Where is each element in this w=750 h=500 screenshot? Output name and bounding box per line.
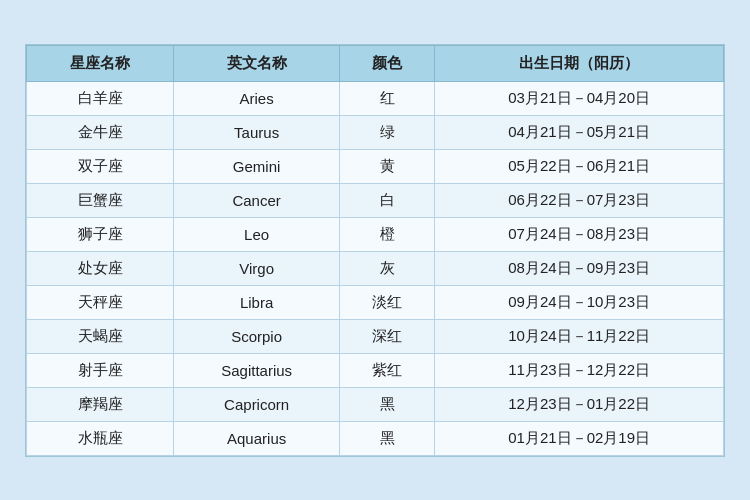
table-row: 天秤座Libra淡红09月24日－10月23日 bbox=[27, 285, 724, 319]
cell-chinese-name: 水瓶座 bbox=[27, 421, 174, 455]
cell-english-name: Aquarius bbox=[174, 421, 340, 455]
cell-chinese-name: 天蝎座 bbox=[27, 319, 174, 353]
cell-dates: 05月22日－06月21日 bbox=[435, 149, 724, 183]
table-row: 金牛座Taurus绿04月21日－05月21日 bbox=[27, 115, 724, 149]
cell-dates: 04月21日－05月21日 bbox=[435, 115, 724, 149]
cell-color: 紫红 bbox=[340, 353, 435, 387]
cell-dates: 01月21日－02月19日 bbox=[435, 421, 724, 455]
cell-chinese-name: 双子座 bbox=[27, 149, 174, 183]
cell-chinese-name: 金牛座 bbox=[27, 115, 174, 149]
cell-color: 橙 bbox=[340, 217, 435, 251]
cell-dates: 11月23日－12月22日 bbox=[435, 353, 724, 387]
cell-english-name: Virgo bbox=[174, 251, 340, 285]
col-header-english: 英文名称 bbox=[174, 45, 340, 81]
cell-english-name: Leo bbox=[174, 217, 340, 251]
table-header-row: 星座名称 英文名称 颜色 出生日期（阳历） bbox=[27, 45, 724, 81]
cell-english-name: Sagittarius bbox=[174, 353, 340, 387]
cell-chinese-name: 巨蟹座 bbox=[27, 183, 174, 217]
cell-color: 黑 bbox=[340, 421, 435, 455]
cell-chinese-name: 白羊座 bbox=[27, 81, 174, 115]
cell-chinese-name: 处女座 bbox=[27, 251, 174, 285]
table-row: 处女座Virgo灰08月24日－09月23日 bbox=[27, 251, 724, 285]
cell-color: 淡红 bbox=[340, 285, 435, 319]
table-body: 白羊座Aries红03月21日－04月20日金牛座Taurus绿04月21日－0… bbox=[27, 81, 724, 455]
col-header-color: 颜色 bbox=[340, 45, 435, 81]
cell-chinese-name: 天秤座 bbox=[27, 285, 174, 319]
cell-english-name: Taurus bbox=[174, 115, 340, 149]
table-row: 射手座Sagittarius紫红11月23日－12月22日 bbox=[27, 353, 724, 387]
zodiac-table-container: 星座名称 英文名称 颜色 出生日期（阳历） 白羊座Aries红03月21日－04… bbox=[25, 44, 725, 457]
cell-color: 红 bbox=[340, 81, 435, 115]
cell-color: 灰 bbox=[340, 251, 435, 285]
cell-english-name: Aries bbox=[174, 81, 340, 115]
cell-color: 黑 bbox=[340, 387, 435, 421]
cell-dates: 09月24日－10月23日 bbox=[435, 285, 724, 319]
table-row: 巨蟹座Cancer白06月22日－07月23日 bbox=[27, 183, 724, 217]
col-header-chinese: 星座名称 bbox=[27, 45, 174, 81]
cell-english-name: Gemini bbox=[174, 149, 340, 183]
table-row: 摩羯座Capricorn黑12月23日－01月22日 bbox=[27, 387, 724, 421]
zodiac-table: 星座名称 英文名称 颜色 出生日期（阳历） 白羊座Aries红03月21日－04… bbox=[26, 45, 724, 456]
cell-dates: 12月23日－01月22日 bbox=[435, 387, 724, 421]
cell-color: 绿 bbox=[340, 115, 435, 149]
cell-color: 深红 bbox=[340, 319, 435, 353]
cell-dates: 06月22日－07月23日 bbox=[435, 183, 724, 217]
cell-english-name: Scorpio bbox=[174, 319, 340, 353]
cell-english-name: Libra bbox=[174, 285, 340, 319]
col-header-dates: 出生日期（阳历） bbox=[435, 45, 724, 81]
table-row: 白羊座Aries红03月21日－04月20日 bbox=[27, 81, 724, 115]
cell-dates: 10月24日－11月22日 bbox=[435, 319, 724, 353]
cell-color: 黄 bbox=[340, 149, 435, 183]
table-row: 天蝎座Scorpio深红10月24日－11月22日 bbox=[27, 319, 724, 353]
table-row: 双子座Gemini黄05月22日－06月21日 bbox=[27, 149, 724, 183]
cell-dates: 08月24日－09月23日 bbox=[435, 251, 724, 285]
cell-dates: 03月21日－04月20日 bbox=[435, 81, 724, 115]
cell-chinese-name: 射手座 bbox=[27, 353, 174, 387]
cell-chinese-name: 狮子座 bbox=[27, 217, 174, 251]
table-row: 水瓶座Aquarius黑01月21日－02月19日 bbox=[27, 421, 724, 455]
cell-english-name: Capricorn bbox=[174, 387, 340, 421]
table-row: 狮子座Leo橙07月24日－08月23日 bbox=[27, 217, 724, 251]
cell-color: 白 bbox=[340, 183, 435, 217]
cell-chinese-name: 摩羯座 bbox=[27, 387, 174, 421]
cell-dates: 07月24日－08月23日 bbox=[435, 217, 724, 251]
cell-english-name: Cancer bbox=[174, 183, 340, 217]
